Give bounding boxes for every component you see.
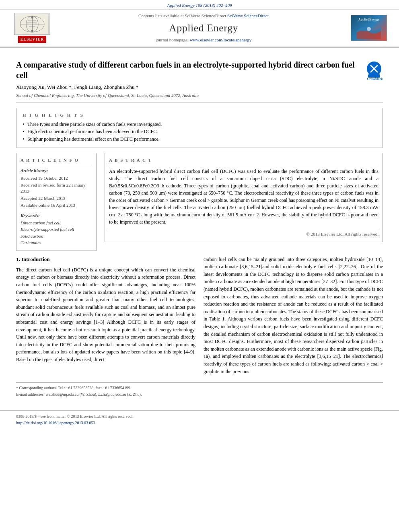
applied-energy-logo: AppliedEnergy (351, 15, 387, 41)
keywords-label: Keywords: (21, 213, 92, 219)
keyword-3: Solid carbon (21, 233, 92, 239)
crossmark-logo: CrossMark (367, 62, 383, 81)
highlight-item-3: Sulphur poisoning has detrimental effect… (23, 136, 376, 143)
highlight-item-1: Three types and three particle sizes of … (23, 121, 376, 128)
email-label: E-mail addresses: (16, 392, 45, 396)
article-title-section: A comparative study of different carbon … (16, 53, 383, 103)
elsevier-emblem (14, 13, 50, 35)
footer-issn: 0306-2619/$ – see front matter © 2013 El… (16, 414, 383, 419)
elsevier-logo: ELSEVIER (8, 13, 56, 43)
article-info-column: A R T I C L E I N F O Article history: R… (16, 153, 97, 251)
available-date: Available online 16 April 2013 (21, 202, 92, 208)
keywords-list: Direct carbon fuel cell Electrolyte-supp… (21, 220, 92, 246)
corresponding-author: * Corresponding authors. Tel.: +61 73396… (16, 385, 383, 391)
received-date: Received 19 October 2012 (21, 175, 92, 181)
abstract-column: A B S T R A C T An electrolyte-supported… (105, 153, 383, 251)
journal-header: ELSEVIER Contents lists available at Sci… (0, 10, 399, 47)
intro-text-col1: The direct carbon fuel cell (DCFC) is a … (16, 266, 195, 364)
applied-energy-logo-container: AppliedEnergy (351, 15, 391, 41)
sciverse-link[interactable]: Contents lists available at SciVerse Sci… (60, 13, 347, 19)
footer-doi[interactable]: http://dx.doi.org/10.1016/j.apenergy.201… (16, 420, 383, 426)
copyright-line: © 2013 Elsevier Ltd. All rights reserved… (109, 229, 378, 237)
footnote-section: * Corresponding authors. Tel.: +61 73396… (16, 382, 383, 397)
homepage-url[interactable]: www.elsevier.com/locate/apenergy (190, 37, 252, 42)
abstract-text: An electrolyte-supported hybrid direct c… (109, 168, 378, 226)
svg-point-11 (367, 27, 371, 31)
body-content: 1. Introduction The direct carbon fuel c… (16, 256, 383, 379)
journal-citation: Applied Energy 108 (2013) 402–409 (0, 0, 399, 10)
journal-title: Applied Energy (60, 21, 347, 35)
highlights-list: Three types and three particle sizes of … (23, 121, 376, 143)
intro-text-col2: carbon fuel cells can be mainly grouped … (204, 256, 383, 376)
journal-homepage: journal homepage: www.elsevier.com/locat… (60, 37, 347, 43)
article-authors: Xiaoyong Xu, Wei Zhou *, Fengli Liang, Z… (16, 84, 361, 91)
keyword-2: Electrolyte-supported fuel cell (21, 226, 92, 232)
body-column-right: carbon fuel cells can be mainly grouped … (204, 256, 383, 379)
abstract-heading: A B S T R A C T (109, 157, 378, 165)
homepage-label: journal homepage: (156, 37, 189, 42)
highlights-section: H I G H L I G H T S Three types and thre… (16, 108, 383, 148)
article-title-text-container: A comparative study of different carbon … (16, 60, 361, 99)
article-title: A comparative study of different carbon … (16, 60, 361, 80)
journal-title-section: Contents lists available at SciVerse Sci… (56, 13, 351, 43)
article-info-box: A R T I C L E I N F O Article history: R… (16, 153, 97, 251)
abstract-box: A B S T R A C T An electrolyte-supported… (105, 153, 383, 242)
email-line: E-mail addresses: weizhou@uq.edu.au (W. … (16, 392, 383, 397)
article-content: A comparative study of different carbon … (0, 47, 399, 405)
keyword-4: Carbonates (21, 240, 92, 246)
article-info-heading: A R T I C L E I N F O (21, 157, 92, 165)
intro-heading: 1. Introduction (16, 256, 195, 263)
history-label: Article history: (21, 168, 92, 174)
highlight-item-2: High electrochemical performance has bee… (23, 128, 376, 135)
keyword-1: Direct carbon fuel cell (21, 220, 92, 226)
page-footer: 0306-2619/$ – see front matter © 2013 El… (0, 410, 399, 430)
elsevier-logo-container: ELSEVIER (8, 13, 56, 43)
crossmark-badge (367, 62, 381, 76)
applied-energy-logo-text: AppliedEnergy (358, 17, 379, 22)
sciverse-link-text[interactable]: SciVerse ScienceDirect (227, 13, 269, 18)
highlights-heading: H I G H L I G H T S (23, 112, 376, 118)
body-column-left: 1. Introduction The direct carbon fuel c… (16, 256, 195, 379)
citation-text: Applied Energy 108 (2013) 402–409 (167, 3, 232, 8)
info-abstract-section: A R T I C L E I N F O Article history: R… (16, 153, 383, 251)
accepted-date: Accepted 22 March 2013 (21, 195, 92, 201)
elsevier-text: ELSEVIER (18, 36, 47, 43)
article-affiliation: School of Chemical Engineering, The Univ… (16, 92, 361, 99)
email-addresses: weizhou@uq.edu.au (W. Zhou), z.zhu@uq.ed… (45, 392, 142, 396)
sciverse-text: Contents lists available at SciVerse Sci… (138, 13, 226, 18)
revised-date: Received in revised form 22 January 2013 (21, 182, 92, 195)
